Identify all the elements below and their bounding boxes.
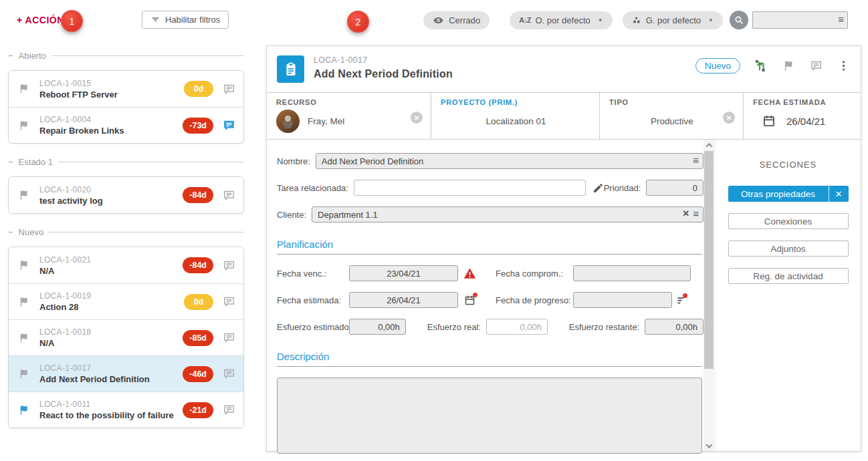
- detail-task-id: LOCA-1-0017: [314, 55, 367, 65]
- close-section-icon[interactable]: ✕: [829, 186, 849, 202]
- comment-icon[interactable]: [223, 83, 235, 96]
- section-button-conexiones[interactable]: Conexiones: [728, 213, 849, 229]
- section-divider: [277, 254, 702, 255]
- edit-pencil-icon[interactable]: [592, 182, 604, 194]
- cliente-input[interactable]: [312, 206, 703, 222]
- collapse-group-icon[interactable]: −: [8, 228, 13, 237]
- flag-icon[interactable]: [18, 332, 30, 344]
- field-recurso: RECURSO Fray, Mel ✕: [267, 93, 431, 139]
- task-id: LOCA-1-0020: [39, 185, 183, 194]
- list-item[interactable]: LOCA-1-0015Reboot FTP Server 0d: [9, 71, 243, 107]
- days-badge: 0d: [184, 81, 213, 97]
- comment-icon[interactable]: [223, 404, 235, 416]
- flag-icon[interactable]: [18, 189, 30, 201]
- section-button-adjuntos[interactable]: Adjuntos: [728, 241, 849, 257]
- fecha-comprom-input[interactable]: [573, 265, 691, 281]
- properties-form: Nombre: ≡ Tarea relacionada: Prioridad:: [267, 140, 703, 451]
- group-label: Abierto: [19, 51, 46, 61]
- days-badge: -84d: [183, 257, 213, 273]
- collapse-group-icon[interactable]: −: [8, 158, 13, 166]
- clear-cliente-icon[interactable]: ✕: [682, 208, 689, 218]
- list-item[interactable]: LOCA-1-0019Action 28 0d: [9, 283, 243, 319]
- field-menu-icon[interactable]: ≡: [693, 155, 699, 165]
- order-dropdown[interactable]: A↓Z O. por defecto ▼: [510, 11, 612, 29]
- recurso-value: Fray, Mel: [308, 116, 344, 126]
- group-by-icon: [632, 15, 641, 25]
- task-id: LOCA-1-0011: [39, 400, 183, 409]
- flag-icon[interactable]: [782, 59, 795, 72]
- task-id: LOCA-1-0019: [39, 291, 184, 301]
- comment-icon[interactable]: [810, 59, 823, 72]
- detail-task-title: Add Next Period Definition: [314, 68, 453, 80]
- comment-icon[interactable]: [223, 119, 235, 132]
- task-type-icon: [277, 55, 304, 83]
- comment-icon[interactable]: [223, 367, 235, 380]
- add-action-button[interactable]: + ACCIÓN: [17, 15, 64, 25]
- comment-icon[interactable]: [223, 259, 235, 272]
- scroll-down-arrow[interactable]: [703, 440, 714, 451]
- search-button[interactable]: [730, 11, 748, 29]
- descripcion-textarea[interactable]: [277, 377, 702, 454]
- days-badge: -46d: [183, 366, 213, 382]
- flag-icon[interactable]: [18, 404, 30, 416]
- proyecto-value[interactable]: Localization 01: [485, 116, 546, 126]
- comment-icon[interactable]: [223, 295, 235, 308]
- list-item-selected[interactable]: LOCA-1-0017Add Next Period Definition -4…: [9, 355, 243, 392]
- list-item[interactable]: LOCA-1-0011React to the possibility of f…: [9, 392, 243, 428]
- closed-pill-label: Cerrado: [449, 15, 480, 25]
- list-item[interactable]: LOCA-1-0018N/A -85d: [9, 319, 243, 355]
- scroll-up-arrow[interactable]: [703, 140, 714, 150]
- avatar: [276, 110, 300, 133]
- recurso-label: RECURSO: [276, 98, 423, 106]
- clear-tipo-button[interactable]: ✕: [723, 112, 735, 124]
- task-id: LOCA-1-0021: [39, 255, 183, 265]
- fecha-venc-input[interactable]: [349, 265, 458, 281]
- task-card-group: LOCA-1-0015Reboot FTP Server 0d LOCA-1-0…: [8, 70, 244, 144]
- sort-az-icon: A↓Z: [519, 16, 530, 24]
- group-dropdown[interactable]: G. por defecto ▼: [623, 11, 723, 29]
- prioridad-label: Prioridad:: [604, 183, 641, 193]
- list-item[interactable]: LOCA-1-0020test activity log -84d: [9, 177, 243, 213]
- calendar-icon[interactable]: [762, 114, 776, 128]
- comment-icon[interactable]: [223, 331, 235, 344]
- tipo-value[interactable]: Productive: [651, 116, 693, 126]
- esfuerzo-estimado-label: Esfuerzo estimado:: [277, 322, 344, 332]
- workflow-icon[interactable]: [755, 59, 768, 72]
- vertical-scrollbar[interactable]: [703, 140, 714, 451]
- scrollbar-thumb[interactable]: [704, 151, 714, 369]
- calendar-alert-icon[interactable]: [458, 295, 481, 306]
- prioridad-input[interactable]: [646, 180, 703, 196]
- flag-icon[interactable]: [18, 83, 30, 95]
- clear-recurso-button[interactable]: ✕: [411, 112, 423, 124]
- kebab-menu-icon[interactable]: [837, 59, 850, 72]
- list-item[interactable]: LOCA-1-0021N/A -84d: [9, 247, 243, 283]
- flag-icon[interactable]: [18, 368, 30, 380]
- esfuerzo-estimado-input[interactable]: [349, 319, 406, 335]
- closed-visibility-pill[interactable]: Cerrado: [423, 11, 490, 29]
- group-header-abierto: − Abierto: [8, 51, 244, 61]
- field-menu-icon[interactable]: ≡: [693, 208, 699, 218]
- nombre-input[interactable]: [316, 153, 703, 169]
- flag-icon[interactable]: [18, 259, 30, 271]
- fecha-estimada-input[interactable]: [349, 292, 458, 308]
- section-button-otras-propiedades[interactable]: Otras propiedades ✕: [728, 186, 849, 202]
- group-label: Estado 1: [19, 157, 53, 167]
- esfuerzo-real-input[interactable]: [486, 319, 548, 335]
- fecha-progreso-input[interactable]: [573, 292, 672, 308]
- progress-update-icon[interactable]: [672, 295, 691, 305]
- flag-icon[interactable]: [18, 120, 30, 132]
- fecha-estimada-value[interactable]: 26/04/21: [786, 116, 825, 127]
- comment-icon[interactable]: [223, 189, 235, 202]
- esfuerzo-restante-input[interactable]: [645, 319, 703, 335]
- fecha-comprom-label: Fecha comprom.:: [496, 269, 568, 279]
- tarea-relacionada-input[interactable]: [354, 180, 586, 196]
- section-button-reg-actividad[interactable]: Reg. de actividad: [728, 268, 849, 284]
- proyecto-label: PROYECTO (PRIM.): [441, 98, 591, 106]
- collapse-group-icon[interactable]: −: [8, 51, 13, 60]
- status-badge[interactable]: Nuevo: [695, 58, 740, 73]
- flag-icon[interactable]: [18, 296, 30, 308]
- search-input[interactable]: [752, 11, 848, 29]
- list-item[interactable]: LOCA-1-0004Repair Broken Links -73d: [9, 107, 243, 143]
- search-menu-icon[interactable]: ≡: [838, 13, 844, 25]
- enable-filters-button[interactable]: Habilitar filtros: [142, 11, 229, 29]
